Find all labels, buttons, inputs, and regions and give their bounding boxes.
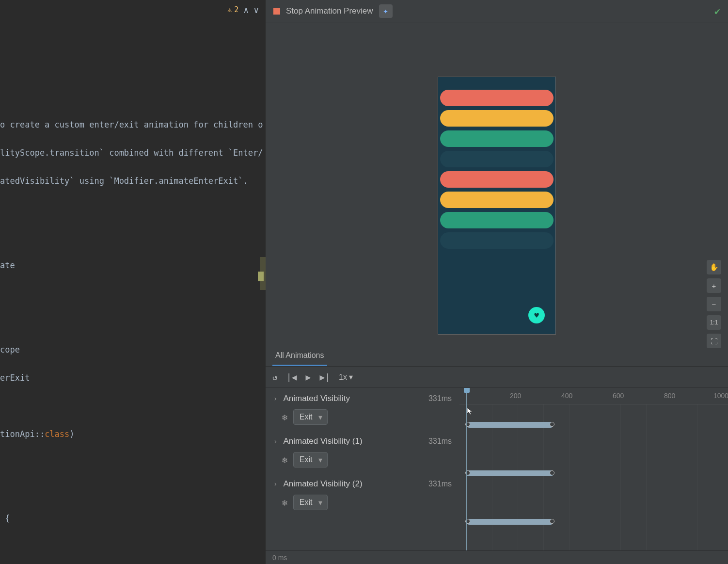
list-item — [440, 192, 554, 208]
zoom-actual-button[interactable]: 1:1 — [707, 315, 721, 330]
minus-icon: − — [712, 300, 716, 308]
expand-track-button[interactable]: › — [273, 437, 277, 445]
warning-icon: ⚠ — [227, 5, 232, 14]
expand-track-button[interactable]: › — [273, 395, 277, 403]
step-forward-button[interactable]: ▶| — [319, 372, 330, 382]
one-to-one-icon: 1:1 — [710, 319, 718, 326]
track-name: Animated Visibility (2) — [283, 479, 423, 489]
playhead-time: 0 ms — [272, 554, 287, 562]
prev-highlight-icon[interactable]: ∧ — [243, 5, 249, 15]
state-dropdown[interactable]: Exit — [293, 495, 328, 510]
speed-dropdown[interactable]: 1x ▾ — [339, 372, 353, 382]
next-highlight-icon[interactable]: ∨ — [253, 5, 259, 15]
animation-bar[interactable] — [466, 519, 554, 525]
fit-icon: ⛶ — [711, 337, 718, 345]
ruler-tick: 600 — [613, 392, 624, 400]
timeline-ruler-area[interactable]: 200 400 600 800 1000 — [459, 388, 728, 550]
list-item — [440, 90, 554, 106]
tab-all-animations[interactable]: All Animations — [272, 346, 327, 366]
canvas-controls: ✋ + − 1:1 ⛶ — [707, 260, 721, 348]
track-row: › Animated Visibility 331ms ❄ Exit — [266, 388, 459, 431]
preview-canvas[interactable]: AnimatedVisibility ♥ ✋ + − 1:1 ⛶ — [266, 22, 728, 346]
list-item — [440, 130, 554, 147]
ruler-tick: 800 — [664, 392, 675, 400]
stop-animation-button[interactable]: Stop Animation Preview — [286, 6, 373, 16]
ruler-tick: 400 — [561, 392, 572, 400]
freeze-icon[interactable]: ❄ — [282, 412, 287, 422]
state-dropdown[interactable]: Exit — [293, 452, 328, 467]
code-editor[interactable]: ⚠ 2 ∧ ∨ o create a custom enter/exit ani… — [0, 0, 266, 564]
plus-icon: + — [712, 282, 716, 290]
track-row: › Animated Visibility (1) 331ms ❄ Exit — [266, 431, 459, 473]
mouse-cursor-icon — [466, 407, 474, 415]
track-duration: 331ms — [428, 394, 452, 403]
list-item — [440, 171, 554, 188]
animation-bar[interactable] — [466, 422, 554, 428]
zoom-fit-button[interactable]: ⛶ — [707, 334, 721, 348]
preview-pane: Stop Animation Preview ✦ ✔ AnimatedVisib… — [266, 0, 728, 564]
ruler-tick: 200 — [510, 392, 521, 400]
track-duration: 331ms — [428, 437, 452, 446]
step-back-button[interactable]: |◀ — [286, 372, 297, 382]
expand-track-button[interactable]: › — [273, 480, 277, 488]
list-item — [440, 151, 554, 167]
animation-inspector: All Animations ↺ |◀ ▶ ▶| 1x ▾ › Animated… — [266, 346, 728, 564]
zoom-in-button[interactable]: + — [707, 278, 721, 293]
warnings-badge[interactable]: ⚠ 2 — [227, 5, 238, 14]
editor-inspections-bar: ⚠ 2 ∧ ∨ — [0, 0, 266, 19]
fab-button[interactable]: ♥ — [528, 307, 545, 323]
list-item — [440, 232, 554, 249]
track-name: Animated Visibility — [283, 394, 423, 403]
timeline-controls: ↺ |◀ ▶ ▶| 1x ▾ — [266, 367, 728, 388]
track-duration: 331ms — [428, 480, 452, 488]
timeline-footer: 0 ms — [266, 550, 728, 564]
wand-icon: ✦ — [383, 6, 388, 16]
list-item — [440, 110, 554, 127]
warning-count: 2 — [234, 5, 238, 14]
scrollbar-thumb[interactable] — [258, 272, 264, 281]
state-dropdown[interactable]: Exit — [293, 409, 328, 425]
code-body[interactable]: o create a custom enter/exit animation f… — [0, 19, 266, 564]
stop-icon[interactable] — [273, 8, 280, 15]
hand-icon: ✋ — [710, 263, 719, 272]
speed-value: 1x — [339, 373, 347, 382]
animation-bar[interactable] — [466, 470, 554, 476]
pan-button[interactable]: ✋ — [707, 260, 721, 274]
freeze-icon[interactable]: ❄ — [282, 498, 287, 508]
build-success-icon: ✔ — [714, 5, 720, 17]
zoom-out-button[interactable]: − — [707, 297, 721, 311]
restart-button[interactable]: ↺ — [272, 372, 278, 382]
track-list: › Animated Visibility 331ms ❄ Exit › Ani… — [266, 388, 459, 550]
play-button[interactable]: ▶ — [306, 372, 311, 382]
device-frame[interactable]: ♥ — [438, 77, 556, 335]
track-name: Animated Visibility (1) — [283, 436, 423, 446]
time-ruler[interactable]: 200 400 600 800 1000 — [459, 388, 728, 404]
timeline-tabs: All Animations — [266, 346, 728, 367]
list-item — [440, 212, 554, 228]
chevron-down-icon: ▾ — [349, 372, 353, 382]
freeze-icon[interactable]: ❄ — [282, 455, 287, 465]
track-row: › Animated Visibility (2) 331ms ❄ Exit — [266, 473, 459, 516]
preview-toolbar: Stop Animation Preview ✦ ✔ — [266, 0, 728, 22]
interactive-mode-button[interactable]: ✦ — [379, 4, 393, 18]
ruler-tick: 1000 — [713, 392, 728, 400]
heart-icon: ♥ — [534, 311, 539, 320]
